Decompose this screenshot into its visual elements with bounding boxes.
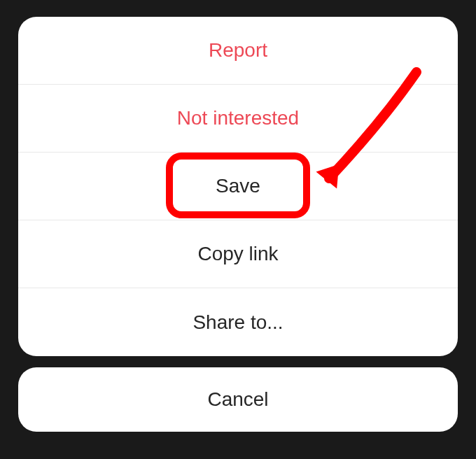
not-interested-button[interactable]: Not interested (18, 85, 458, 153)
save-label: Save (216, 175, 260, 197)
cancel-button[interactable]: Cancel (18, 367, 458, 432)
cancel-sheet: Cancel (18, 367, 458, 432)
not-interested-label: Not interested (177, 107, 299, 129)
save-button[interactable]: Save (18, 153, 458, 220)
copy-link-label: Copy link (197, 243, 278, 265)
action-sheet: Report Not interested Save Copy link Sha… (18, 17, 458, 356)
share-to-button[interactable]: Share to... (18, 288, 458, 356)
share-to-label: Share to... (192, 311, 283, 334)
copy-link-button[interactable]: Copy link (18, 220, 458, 288)
report-label: Report (209, 39, 267, 62)
cancel-label: Cancel (207, 388, 268, 411)
report-button[interactable]: Report (18, 17, 458, 85)
